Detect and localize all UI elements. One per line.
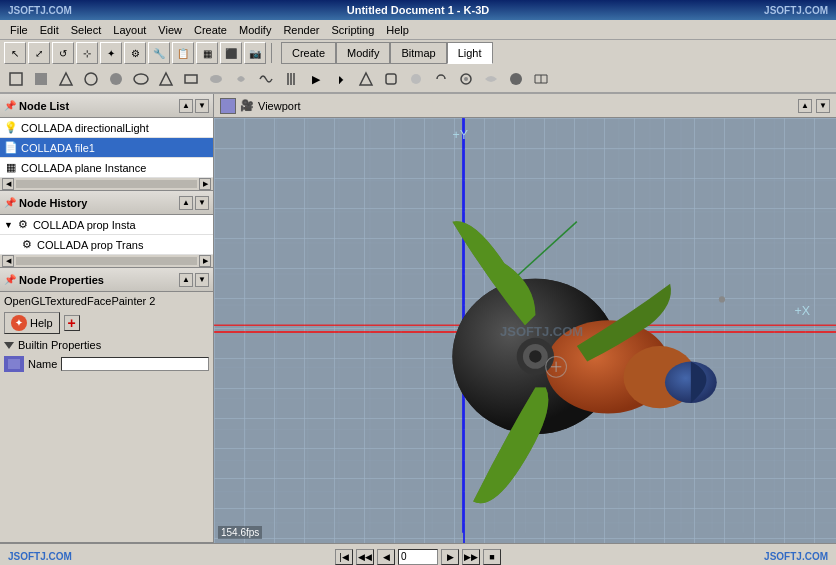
light1-btn[interactable] <box>354 67 378 91</box>
tool6-btn[interactable]: ⚙ <box>124 42 146 64</box>
viewport-scroll-up[interactable]: ▲ <box>798 99 812 113</box>
tab-bitmap[interactable]: Bitmap <box>390 42 446 64</box>
node-list-header-icons: ▲ ▼ <box>179 99 209 113</box>
node-history-scroll-up[interactable]: ▲ <box>179 196 193 210</box>
menu-create[interactable]: Create <box>188 22 233 38</box>
frame-next-btn[interactable]: ▶▶ <box>462 549 480 565</box>
node-list-scroll-up[interactable]: ▲ <box>179 99 193 113</box>
tool7-btn[interactable]: 🔧 <box>148 42 170 64</box>
node-item-collada-plane[interactable]: ▦ COLLADA plane Instance <box>0 158 213 178</box>
shape8-btn[interactable] <box>179 67 203 91</box>
viewport-camera-icon: 🎥 <box>240 99 254 112</box>
move-tool-btn[interactable]: ⤢ <box>28 42 50 64</box>
light7-btn[interactable] <box>504 67 528 91</box>
anim-play-btn[interactable]: ▶ <box>304 67 328 91</box>
node-list-scroll-down[interactable]: ▼ <box>195 99 209 113</box>
menu-view[interactable]: View <box>152 22 188 38</box>
tool11-btn[interactable]: 📷 <box>244 42 266 64</box>
node-properties-header: 📌 Node Properties ▲ ▼ <box>0 268 213 292</box>
node-list-header-left: 📌 Node List <box>4 100 69 112</box>
rotate-tool-btn[interactable]: ↺ <box>52 42 74 64</box>
name-label: Name <box>28 358 57 370</box>
light6-btn[interactable] <box>479 67 503 91</box>
anim-play2-btn[interactable]: ⏵ <box>329 67 353 91</box>
menu-help[interactable]: Help <box>380 22 415 38</box>
node-history-scroll-down[interactable]: ▼ <box>195 196 209 210</box>
shape3-btn[interactable] <box>54 67 78 91</box>
menu-modify[interactable]: Modify <box>233 22 277 38</box>
shape10-btn[interactable] <box>229 67 253 91</box>
3d-model: +X +Y <box>214 118 836 533</box>
builtin-properties-header: Builtin Properties <box>0 336 213 354</box>
light2-btn[interactable] <box>379 67 403 91</box>
menu-edit[interactable]: Edit <box>34 22 65 38</box>
history-scroll-right[interactable]: ▶ <box>199 255 211 267</box>
menu-scripting[interactable]: Scripting <box>325 22 380 38</box>
light5-btn[interactable] <box>454 67 478 91</box>
tab-create[interactable]: Create <box>281 42 336 64</box>
toolbar-area: ↖ ⤢ ↺ ⊹ ✦ ⚙ 🔧 📋 ▦ ⬛ 📷 Create Modify Bitm… <box>0 40 836 94</box>
node-item-collada-light[interactable]: 💡 COLLADA directionalLight <box>0 118 213 138</box>
menu-layout[interactable]: Layout <box>107 22 152 38</box>
shape4-btn[interactable] <box>79 67 103 91</box>
shape7-btn[interactable] <box>154 67 178 91</box>
frame-start-btn[interactable]: |◀ <box>335 549 353 565</box>
frame-stop-btn[interactable]: ■ <box>483 549 501 565</box>
menu-render[interactable]: Render <box>277 22 325 38</box>
node-history-section: 📌 Node History ▲ ▼ ▼ ⚙ COLLADA prop Inst… <box>0 191 213 268</box>
node-item-label: COLLADA file1 <box>21 142 95 154</box>
viewport-canvas[interactable]: +X +Y <box>214 118 836 543</box>
shape11-btn[interactable] <box>254 67 278 91</box>
window-title: Untitled Document 1 - K-3D <box>72 4 764 16</box>
title-logo-left: JSOFTJ.COM <box>8 5 72 16</box>
add-property-button[interactable]: + <box>64 315 80 331</box>
scale-tool-btn[interactable]: ⊹ <box>76 42 98 64</box>
history-item-label2: COLLADA prop Trans <box>37 239 143 251</box>
node-history-header: 📌 Node History ▲ ▼ <box>0 191 213 215</box>
node-props-scroll-down[interactable]: ▼ <box>195 273 209 287</box>
select-tool-btn[interactable]: ↖ <box>4 42 26 64</box>
frame-prev-btn[interactable]: ◀◀ <box>356 549 374 565</box>
shape9-btn[interactable] <box>204 67 228 91</box>
help-button[interactable]: ✦ Help <box>4 312 60 334</box>
tab-light[interactable]: Light <box>447 42 493 64</box>
tool8-btn[interactable]: 📋 <box>172 42 194 64</box>
node-list-scroll-track[interactable] <box>16 180 197 188</box>
shape2-btn[interactable] <box>29 67 53 91</box>
tool9-btn[interactable]: ▦ <box>196 42 218 64</box>
prop-node-icon2: ⚙ <box>20 238 34 252</box>
shape1-btn[interactable] <box>4 67 28 91</box>
frame-back-btn[interactable]: ◀ <box>377 549 395 565</box>
node-list-section: 📌 Node List ▲ ▼ 💡 COLLADA directionalLig… <box>0 94 213 191</box>
expand-icon: ▼ <box>4 220 13 230</box>
tool10-btn[interactable]: ⬛ <box>220 42 242 64</box>
node-item-collada-file[interactable]: 📄 COLLADA file1 <box>0 138 213 158</box>
node-list-scroll-right[interactable]: ▶ <box>199 178 211 190</box>
light4-btn[interactable] <box>429 67 453 91</box>
shape6-btn[interactable] <box>129 67 153 91</box>
shape12-btn[interactable] <box>279 67 303 91</box>
menu-select[interactable]: Select <box>65 22 108 38</box>
history-item-2[interactable]: ⚙ COLLADA prop Trans <box>0 235 213 255</box>
builtin-label: Builtin Properties <box>18 339 101 351</box>
history-scroll-left[interactable]: ◀ <box>2 255 14 267</box>
viewport-scroll-down[interactable]: ▼ <box>816 99 830 113</box>
light8-btn[interactable] <box>529 67 553 91</box>
svg-rect-16 <box>8 359 20 369</box>
help-row: ✦ Help + <box>0 310 213 336</box>
name-input[interactable] <box>61 357 209 371</box>
frame-fwd-btn[interactable]: ▶ <box>441 549 459 565</box>
tool5-btn[interactable]: ✦ <box>100 42 122 64</box>
history-item-1[interactable]: ▼ ⚙ COLLADA prop Insta <box>0 215 213 235</box>
svg-text:+Y: +Y <box>452 128 468 142</box>
node-props-scroll-up[interactable]: ▲ <box>179 273 193 287</box>
title-logo-right: JSOFTJ.COM <box>764 5 828 16</box>
menu-file[interactable]: File <box>4 22 34 38</box>
painter-label: OpenGLTexturedFacePainter 2 <box>0 292 213 310</box>
tab-modify[interactable]: Modify <box>336 42 390 64</box>
frame-number-input[interactable] <box>398 549 438 565</box>
shape5-btn[interactable] <box>104 67 128 91</box>
node-list-scroll-left[interactable]: ◀ <box>2 178 14 190</box>
history-scroll-track[interactable] <box>16 257 197 265</box>
light3-btn[interactable] <box>404 67 428 91</box>
